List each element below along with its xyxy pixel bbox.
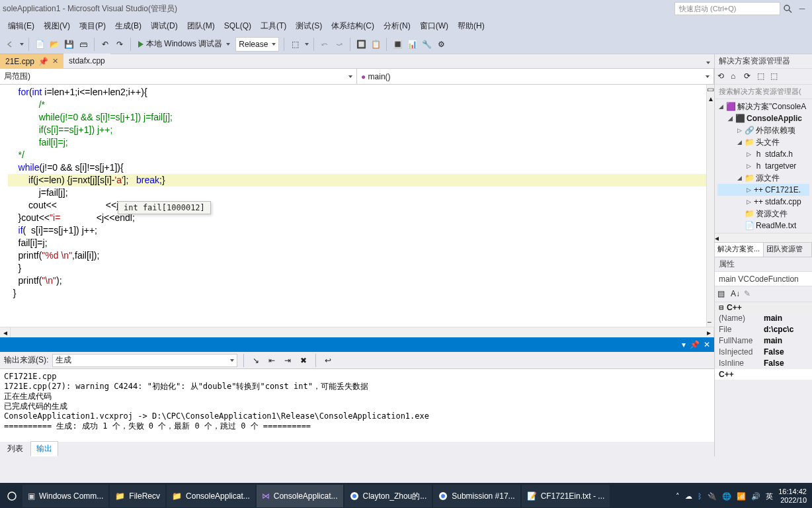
property-row[interactable]: FullNamemain <box>715 335 812 347</box>
menu-analyze[interactable]: 分析(N) <box>380 19 415 33</box>
debug-start-button[interactable]: 本地 Windows 调试器 <box>136 38 233 50</box>
home-icon[interactable]: ⟲ <box>717 71 728 82</box>
tab-cf1721e[interactable]: 21E.cpp 📌 ✕ <box>0 54 63 68</box>
tree-item[interactable]: ▷++CF1721E. <box>717 184 809 196</box>
tb-icon-2[interactable]: ⤺ <box>319 38 331 50</box>
member-combo[interactable]: ● main() <box>357 69 714 84</box>
taskbar-item[interactable]: ▣Windows Comm... <box>22 485 108 507</box>
menu-view[interactable]: 视图(V) <box>40 19 74 33</box>
next-icon[interactable]: ⇥ <box>282 355 294 366</box>
tray-up-icon[interactable]: ˄ <box>676 492 680 501</box>
new-file-icon[interactable]: 📄 <box>34 38 46 50</box>
tray-power-icon[interactable]: 🔌 <box>708 492 717 501</box>
pin-icon[interactable]: 📌 <box>38 57 48 66</box>
properties-subject[interactable]: main VCCodeFunction <box>715 272 812 286</box>
taskbar-item[interactable]: ⋈ConsoleApplicat... <box>257 485 343 507</box>
home2-icon[interactable]: ⌂ <box>731 71 741 82</box>
prev-icon[interactable]: ⇤ <box>266 355 278 366</box>
nav-back-icon[interactable] <box>4 38 16 50</box>
wrap-icon[interactable]: ↩ <box>322 355 334 366</box>
tb-icon-4[interactable]: 🔲 <box>355 38 367 50</box>
tray-clock[interactable]: 16:14:42 2022/10 <box>778 487 807 505</box>
tab-team-explorer[interactable]: 团队资源管 <box>764 243 813 257</box>
tree-item[interactable]: ▷hstdafx.h <box>717 148 809 160</box>
menu-test[interactable]: 测试(S) <box>292 19 326 33</box>
tree-item[interactable]: ▷🔗外部依赖项 <box>717 124 809 136</box>
cat-icon[interactable]: ▤ <box>717 289 728 300</box>
tree-item[interactable]: ▷htargetver <box>717 160 809 172</box>
tree-item[interactable]: 📄ReadMe.txt <box>717 220 809 232</box>
tb-icon-9[interactable]: ⚙ <box>435 38 447 50</box>
icon5[interactable]: ⬚ <box>770 71 781 82</box>
goto-icon[interactable]: ↘ <box>250 355 262 366</box>
taskbar-item[interactable]: 📝CF1721Ein.txt - ... <box>522 485 610 507</box>
property-row[interactable]: IsInlineFalse <box>715 358 812 369</box>
task-start[interactable] <box>3 485 21 507</box>
solution-tree[interactable]: ◢🟪解决方案"ConsoleA◢⬛ConsoleApplic▷🔗外部依赖项◢📁头… <box>715 99 812 233</box>
dropdown-icon[interactable]: ▾ <box>682 340 686 349</box>
tb-icon-5[interactable]: 📋 <box>370 38 382 50</box>
taskbar-item[interactable]: Submission #17... <box>433 485 520 507</box>
close-icon[interactable]: ✕ <box>704 340 710 349</box>
open-icon[interactable]: 📂 <box>48 38 60 50</box>
undo-icon[interactable]: ↶ <box>99 38 111 50</box>
property-row[interactable]: IsInjectedFalse <box>715 347 812 358</box>
redo-icon[interactable]: ↷ <box>114 38 126 50</box>
tb-icon-8[interactable]: 🔧 <box>421 38 432 50</box>
tree-item[interactable]: ◢📁源文件 <box>717 172 809 184</box>
menu-arch[interactable]: 体系结构(C) <box>327 19 378 33</box>
menu-window[interactable]: 窗口(W) <box>416 19 452 33</box>
tree-item[interactable]: 📁资源文件 <box>717 208 809 220</box>
scope-combo[interactable]: 局范围) <box>0 69 357 84</box>
tray-bluetooth-icon[interactable]: ᛒ <box>698 492 702 500</box>
tb-icon-1[interactable]: ⬚ <box>289 38 301 50</box>
menu-debug[interactable]: 调试(D) <box>147 19 182 33</box>
tree-item[interactable]: ◢🟪解决方案"ConsoleA <box>717 101 809 112</box>
tray-vol-icon[interactable]: 🔊 <box>751 492 760 501</box>
menu-edit[interactable]: 编辑(E) <box>4 19 38 33</box>
tree-item[interactable]: ◢⬛ConsoleApplic <box>717 112 809 124</box>
taskbar-item[interactable]: Clayton_Zhou的... <box>345 485 432 507</box>
hscroll-tree[interactable]: ◂ <box>715 233 812 242</box>
clear-icon[interactable]: ✖ <box>298 355 309 366</box>
icon4[interactable]: ⬚ <box>757 71 768 82</box>
tabs-overflow-icon[interactable] <box>706 62 710 64</box>
tb-icon-7[interactable]: 📊 <box>406 38 418 50</box>
menu-sql[interactable]: SQL(Q) <box>220 20 255 32</box>
props-icon[interactable]: ✎ <box>744 289 754 300</box>
dropdown-icon[interactable] <box>20 43 24 46</box>
tray-ime-icon[interactable]: 英 <box>766 491 773 501</box>
save-all-icon[interactable]: 🗃 <box>77 38 89 50</box>
property-row[interactable]: (Name)main <box>715 313 812 324</box>
taskbar-item[interactable]: 📁FileRecv <box>110 485 165 507</box>
output-text[interactable]: CF1721E.cpp 1721E.cpp(27): warning C4244… <box>0 369 714 442</box>
quick-launch-input[interactable]: 快速启动 (Ctrl+Q) <box>674 2 780 15</box>
config-combo[interactable]: Release <box>235 37 279 52</box>
search-icon[interactable] <box>783 4 792 13</box>
tree-item[interactable]: ◢📁头文件 <box>717 136 809 148</box>
code-editor[interactable]: for(int i=len+1;i<=len+len2;i++){ /* whi… <box>0 85 714 327</box>
minimize-button[interactable]: ─ <box>795 3 809 15</box>
menu-project[interactable]: 项目(P) <box>75 19 110 33</box>
tab-output[interactable]: 输出 <box>30 441 58 456</box>
save-icon[interactable]: 💾 <box>63 38 75 50</box>
tab-list[interactable]: 列表 <box>1 441 29 456</box>
tray-wifi-icon[interactable]: 📶 <box>737 492 746 501</box>
solution-search-input[interactable]: 搜索解决方案资源管理器( <box>715 85 812 99</box>
tree-item[interactable]: ▷++stdafx.cpp <box>717 196 809 208</box>
close-icon[interactable]: ✕ <box>52 57 58 65</box>
pin-icon[interactable]: 📌 <box>690 340 700 349</box>
menu-tools[interactable]: 工具(T) <box>257 19 290 33</box>
tb-icon-3[interactable]: ⤻ <box>333 38 345 50</box>
sync-icon[interactable]: ⟳ <box>744 71 754 82</box>
tb-icon-6[interactable]: 🔳 <box>391 38 403 50</box>
menu-team[interactable]: 团队(M) <box>183 19 219 33</box>
property-row[interactable]: Filed:\cpc\c <box>715 324 812 335</box>
hscrollbar[interactable]: ◂ ▸ <box>0 327 714 337</box>
props-category[interactable]: ⊟C++ <box>715 302 812 313</box>
tab-stdafx[interactable]: stdafx.cpp <box>63 54 110 68</box>
taskbar-item[interactable]: 📁ConsoleApplicat... <box>167 485 255 507</box>
tab-solution-explorer[interactable]: 解决方案资... <box>715 243 764 257</box>
menu-build[interactable]: 生成(B) <box>111 19 145 33</box>
az-icon[interactable]: A↓ <box>731 289 741 300</box>
